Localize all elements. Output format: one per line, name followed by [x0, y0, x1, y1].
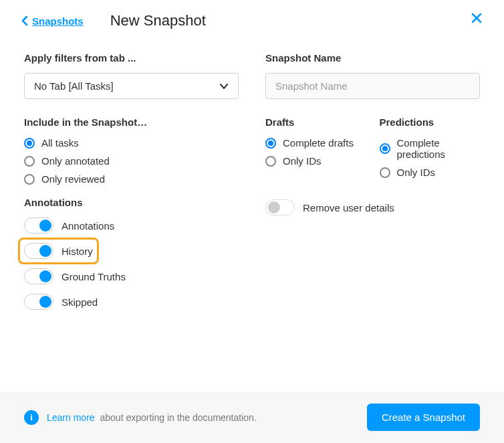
drafts-complete[interactable]: Complete drafts	[265, 137, 366, 149]
filters-label: Apply filters from tab ...	[24, 52, 239, 64]
info-icon: i	[24, 410, 39, 425]
toggle-remove-user-row: Remove user details	[265, 199, 480, 215]
toggle-annotations[interactable]	[24, 217, 53, 234]
highlight-ring: History	[18, 238, 99, 264]
radio-icon	[380, 143, 390, 154]
footer-doc-text: about exporting in the documentation.	[98, 412, 257, 423]
include-label: Include in the Snapshot…	[24, 116, 239, 128]
back-label: Snapshots	[32, 15, 84, 27]
radio-icon	[265, 156, 276, 167]
toggle-ground-truths[interactable]	[24, 268, 53, 284]
chevron-left-icon	[21, 15, 28, 26]
toggle-skipped-row: Skipped	[24, 294, 239, 310]
filters-select[interactable]: No Tab [All Tasks]	[24, 73, 239, 99]
toggle-history[interactable]	[24, 243, 53, 259]
predictions-complete[interactable]: Complete predictions	[380, 137, 481, 160]
snapshot-name-input[interactable]	[265, 73, 480, 99]
filters-value: No Tab [All Tasks]	[34, 80, 114, 92]
radio-icon	[380, 167, 390, 178]
page-title: New Snapshot	[110, 12, 206, 29]
toggle-skipped[interactable]	[24, 294, 53, 310]
predictions-only-ids[interactable]: Only IDs	[380, 167, 481, 178]
snapshot-name-label: Snapshot Name	[265, 52, 480, 64]
chevron-down-icon	[219, 80, 229, 92]
toggle-annotations-row: Annotations	[24, 217, 239, 234]
annotations-label: Annotations	[24, 197, 239, 208]
close-icon	[471, 12, 483, 24]
radio-icon	[24, 174, 35, 185]
toggle-history-row: History	[24, 243, 93, 259]
toggle-ground-truths-row: Ground Truths	[24, 268, 239, 284]
include-only-reviewed[interactable]: Only reviewed	[24, 173, 239, 185]
drafts-label: Drafts	[265, 116, 366, 128]
close-button[interactable]	[471, 12, 483, 24]
include-only-annotated[interactable]: Only annotated	[24, 155, 239, 167]
back-link[interactable]: Snapshots	[21, 15, 84, 27]
learn-more-link[interactable]: Learn more	[47, 412, 95, 423]
radio-icon	[265, 138, 276, 149]
include-all-tasks[interactable]: All tasks	[24, 137, 239, 149]
create-snapshot-button[interactable]: Create a Snapshot	[367, 404, 480, 431]
drafts-only-ids[interactable]: Only IDs	[265, 155, 366, 167]
radio-icon	[24, 138, 35, 149]
predictions-label: Predictions	[380, 116, 481, 128]
toggle-remove-user[interactable]	[265, 199, 295, 215]
radio-icon	[24, 156, 35, 167]
